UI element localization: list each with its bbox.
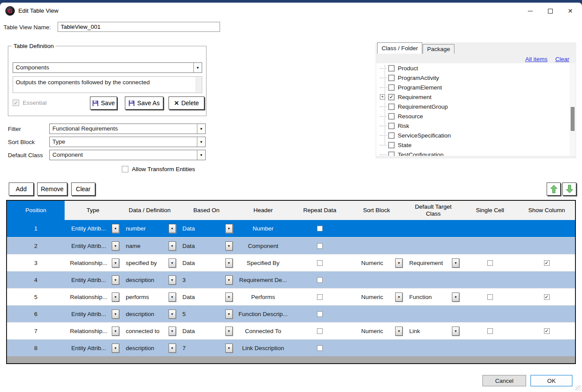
column-header-sort-block[interactable]: Sort Block <box>348 201 405 220</box>
move-up-button[interactable] <box>547 182 561 196</box>
tree-item-programactivity[interactable]: ProgramActivity <box>376 73 575 83</box>
tab-package[interactable]: Package <box>423 44 455 54</box>
dropdown-button[interactable]: ▼ <box>112 344 119 353</box>
tree-item-testconfiguration[interactable]: TestConfiguration <box>376 150 575 156</box>
dropdown-button[interactable]: ▼ <box>169 224 176 233</box>
column-header-default-target-class[interactable]: Default Target Class <box>405 201 461 220</box>
class-checkbox[interactable] <box>388 75 395 81</box>
class-checkbox[interactable] <box>388 132 395 139</box>
chevron-down-icon[interactable]: ▼ <box>197 124 205 134</box>
dropdown-button[interactable]: ▼ <box>169 275 176 285</box>
dropdown-button[interactable]: ▼ <box>225 241 233 251</box>
dropdown-button[interactable]: ▼ <box>452 258 459 268</box>
cell-checkbox[interactable] <box>487 294 493 300</box>
expand-plus-icon[interactable]: + <box>380 94 385 100</box>
cell-checkbox[interactable] <box>317 345 323 351</box>
dropdown-button[interactable]: ▼ <box>395 327 403 336</box>
chevron-down-icon[interactable]: ▼ <box>193 63 202 72</box>
table-row[interactable]: 7Relationship...▼connected to▼Data▼Conne… <box>7 322 575 339</box>
cell-checkbox[interactable] <box>317 226 323 231</box>
table-definition-combo[interactable]: Components ▼ <box>13 62 202 73</box>
cell-checkbox[interactable] <box>317 294 323 300</box>
default-class-combo[interactable]: Component ▼ <box>49 150 206 160</box>
class-checkbox[interactable]: ✓ <box>388 94 395 100</box>
dropdown-button[interactable]: ▼ <box>169 327 176 336</box>
tree-item-risk[interactable]: Risk <box>376 121 575 131</box>
move-down-button[interactable] <box>562 182 576 196</box>
tree-item-programelement[interactable]: ProgramElement <box>376 83 575 92</box>
table-row[interactable]: 3Relationship...▼specified by▼Data▼Speci… <box>7 254 575 271</box>
tree-item-product[interactable]: Product <box>376 63 575 73</box>
tree-scrollbar[interactable] <box>569 63 575 156</box>
remove-button[interactable]: Remove <box>37 182 67 196</box>
table-row[interactable]: 1Entity Attrib...▼number▼Data▼Number <box>7 220 575 237</box>
maximize-button[interactable] <box>540 3 560 19</box>
cell-checkbox[interactable] <box>487 260 493 266</box>
table-definition-description[interactable]: Outputs the components followed by the c… <box>13 76 202 93</box>
cell-checkbox[interactable] <box>487 328 493 334</box>
dropdown-button[interactable]: ▼ <box>452 292 459 302</box>
dropdown-button[interactable]: ▼ <box>169 309 176 319</box>
column-header-type[interactable]: Type <box>65 201 121 220</box>
dropdown-button[interactable]: ▼ <box>225 327 233 336</box>
cell-checkbox[interactable] <box>317 328 323 334</box>
class-checkbox[interactable] <box>388 103 395 110</box>
table-row[interactable]: 4Entity Attrib...▼description▼3▼Requirem… <box>7 271 575 288</box>
title-bar[interactable]: G Edit Table View ✕ <box>0 3 582 19</box>
dropdown-button[interactable]: ▼ <box>112 258 119 268</box>
class-checkbox[interactable] <box>388 65 395 72</box>
tree-scrollbar-thumb[interactable] <box>571 107 575 131</box>
dropdown-button[interactable]: ▼ <box>169 258 176 268</box>
cell-checkbox[interactable] <box>317 311 323 317</box>
tree-item-requirementgroup[interactable]: RequirementGroup <box>376 102 575 111</box>
save-as-button[interactable]: Save As <box>125 96 163 110</box>
add-button[interactable]: Add <box>9 182 34 196</box>
table-row[interactable]: 2Entity Attrib...▼name▼Data▼Component <box>7 237 575 254</box>
filter-combo[interactable]: Functional Requirements ▼ <box>49 124 206 134</box>
cell-checkbox[interactable]: ✓ <box>544 260 550 266</box>
essential-checkbox[interactable]: ✓ <box>13 100 19 106</box>
close-button[interactable]: ✕ <box>560 3 580 19</box>
cancel-button[interactable]: Cancel <box>482 375 526 386</box>
dropdown-button[interactable]: ▼ <box>225 292 233 302</box>
dropdown-button[interactable]: ▼ <box>169 241 176 251</box>
column-header-show-column[interactable]: Show Column <box>518 201 575 220</box>
dropdown-button[interactable]: ▼ <box>169 292 176 302</box>
table-row[interactable]: 6Entity Attrib...▼description▼5▼Function… <box>7 305 575 322</box>
column-header-data-definition[interactable]: Data / Definition <box>121 201 178 220</box>
class-checkbox[interactable] <box>388 142 395 148</box>
column-header-single-cell[interactable]: Single Cell <box>461 201 518 220</box>
dropdown-button[interactable]: ▼ <box>225 224 233 233</box>
class-checkbox[interactable] <box>388 113 395 120</box>
tree-item-resource[interactable]: Resource <box>376 111 575 121</box>
dropdown-button[interactable]: ▼ <box>112 275 119 285</box>
dropdown-button[interactable]: ▼ <box>225 258 233 268</box>
table-row[interactable]: 8Entity Attrib...▼description▼7▼Link Des… <box>7 339 575 356</box>
class-checkbox[interactable] <box>388 123 395 129</box>
delete-button[interactable]: ✕ Delete <box>169 96 204 110</box>
column-header-based-on[interactable]: Based On <box>178 201 235 220</box>
sort-block-combo[interactable]: Type ▼ <box>49 137 206 147</box>
dropdown-button[interactable]: ▼ <box>112 309 119 319</box>
column-header-repeat-data[interactable]: Repeat Data <box>292 201 348 220</box>
class-checkbox[interactable] <box>388 84 395 91</box>
table-row[interactable]: 5Relationship...▼performs▼Data▼PerformsN… <box>7 288 575 305</box>
cell-checkbox[interactable] <box>317 260 323 266</box>
dropdown-button[interactable]: ▼ <box>112 327 119 336</box>
dropdown-button[interactable]: ▼ <box>452 327 459 336</box>
all-items-link[interactable]: All items <box>525 56 548 62</box>
column-header-header[interactable]: Header <box>235 201 292 220</box>
clear-button[interactable]: Clear <box>71 182 95 196</box>
dropdown-button[interactable]: ▼ <box>395 292 403 302</box>
dropdown-button[interactable]: ▼ <box>169 344 176 353</box>
dropdown-button[interactable]: ▼ <box>225 275 233 285</box>
class-checkbox[interactable] <box>388 151 395 156</box>
chevron-down-icon[interactable]: ▼ <box>197 137 205 147</box>
clear-link[interactable]: Clear <box>555 56 569 62</box>
cell-checkbox[interactable] <box>317 277 323 283</box>
allow-transform-checkbox[interactable] <box>122 166 128 172</box>
description-scrollbar[interactable] <box>196 77 201 92</box>
dropdown-button[interactable]: ▼ <box>112 292 119 302</box>
tree-item-state[interactable]: State <box>376 140 575 150</box>
dropdown-button[interactable]: ▼ <box>112 224 119 233</box>
